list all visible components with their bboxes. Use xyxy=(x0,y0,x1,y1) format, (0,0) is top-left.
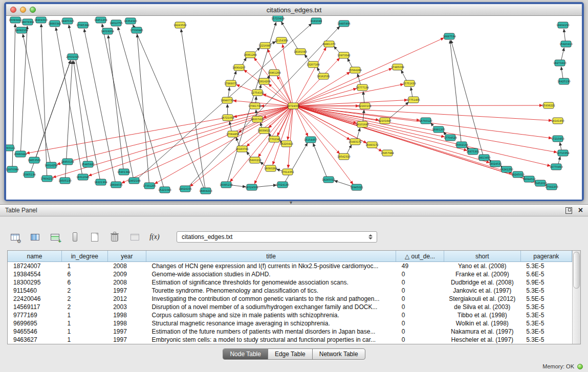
table-cell[interactable]: Wolkin et al. (1998) xyxy=(444,319,520,327)
table-cell[interactable]: Disruption of a novel member of a sodium… xyxy=(146,303,396,311)
window-titlebar[interactable]: citations_edges.txt xyxy=(6,4,582,16)
table-cell[interactable]: Franke et al. (2009) xyxy=(444,270,520,278)
table-cell[interactable]: 18300295 xyxy=(8,278,62,287)
tab-network-table[interactable]: Network Table xyxy=(313,349,365,359)
table-cell[interactable]: 2 xyxy=(62,295,108,303)
graph-edge[interactable] xyxy=(236,138,239,146)
table-cell[interactable]: 14569117 xyxy=(8,303,62,311)
table-cell[interactable]: 2 xyxy=(62,303,108,311)
table-settings-icon[interactable]: ⚙ xyxy=(9,231,21,243)
graph-edge[interactable] xyxy=(363,92,364,103)
table-cell[interactable]: Yano et al. (2008) xyxy=(444,262,520,271)
graph-edge[interactable] xyxy=(108,35,123,169)
graph-edge[interactable] xyxy=(561,48,564,60)
table-cell[interactable]: 9777169 xyxy=(8,311,62,319)
table-cell[interactable]: 1997 xyxy=(107,287,146,295)
zoom-window-button[interactable] xyxy=(30,7,36,13)
graph-edge[interactable] xyxy=(401,70,407,81)
table-cell[interactable]: 1 xyxy=(62,336,108,344)
graph-edge[interactable] xyxy=(313,143,326,177)
column-header-title[interactable]: title xyxy=(146,251,396,262)
graph-edge[interactable] xyxy=(411,87,412,97)
table-cell[interactable]: 1998 xyxy=(107,319,146,327)
graph-edge[interactable] xyxy=(335,181,353,186)
graph-edge[interactable] xyxy=(137,34,149,183)
table-cell[interactable]: 5.3E-5 xyxy=(520,303,572,311)
table-cell[interactable]: 49 xyxy=(396,262,444,271)
table-cell[interactable]: 5.9E-5 xyxy=(520,278,572,287)
table-cell[interactable]: 1 xyxy=(62,262,108,271)
table-cell[interactable]: Tibbo et al. (1998) xyxy=(444,311,520,319)
graph-edge[interactable] xyxy=(133,25,204,188)
table-cell[interactable]: 5.3E-5 xyxy=(520,319,572,327)
table-cell[interactable]: 2003 xyxy=(107,303,146,311)
table-cell[interactable]: 5.3E-5 xyxy=(520,336,572,344)
table-cell[interactable]: de Silva et al. (2003) xyxy=(444,303,520,311)
table-cell[interactable]: 22420046 xyxy=(8,295,62,303)
table-cell[interactable]: Stergiakouli et al. (2012) xyxy=(444,295,520,303)
table-cell[interactable]: 6 xyxy=(62,278,108,287)
graph-edge[interactable] xyxy=(233,71,236,81)
column-header-year[interactable]: year xyxy=(107,251,146,262)
table-columns-icon[interactable] xyxy=(29,231,41,243)
graph-edge[interactable] xyxy=(346,145,351,154)
graph-edge[interactable] xyxy=(57,106,289,164)
table-cell[interactable]: 0 xyxy=(396,278,444,287)
graph-edge[interactable] xyxy=(20,26,27,151)
scrollbar-thumb[interactable] xyxy=(573,252,580,289)
table-cell[interactable]: Investigating the contribution of common… xyxy=(146,295,396,303)
delete-trash-icon[interactable] xyxy=(108,231,121,243)
graph-edge[interactable] xyxy=(118,27,163,187)
graph-edge[interactable] xyxy=(564,29,565,41)
graph-edge[interactable] xyxy=(23,34,50,162)
table-cell[interactable]: 0 xyxy=(396,336,444,344)
table-disabled-icon[interactable] xyxy=(128,231,141,243)
table-cell[interactable]: 18724007 xyxy=(8,262,62,271)
new-document-icon[interactable] xyxy=(89,231,101,243)
graph-edge[interactable] xyxy=(298,107,512,173)
table-cell[interactable]: Genome-wide association studies in ADHD. xyxy=(146,270,396,278)
table-cell[interactable]: 2008 xyxy=(107,262,146,271)
graph-edge[interactable] xyxy=(358,74,361,84)
network-graph[interactable]: 1872400712154359122169871606126418064207… xyxy=(6,16,580,200)
table-cell[interactable]: 0 xyxy=(396,303,444,311)
vertical-scrollbar[interactable] xyxy=(572,251,580,344)
table-cell[interactable]: 0 xyxy=(396,287,444,295)
graph-edge[interactable] xyxy=(558,157,560,164)
column-header-short[interactable]: short xyxy=(444,251,520,262)
table-cell[interactable]: 1997 xyxy=(107,327,146,336)
table-cell[interactable]: Jankovic et al. (1997) xyxy=(444,287,520,295)
column-header-out_de[interactable]: △ out_de... xyxy=(396,251,444,262)
graph-edge[interactable] xyxy=(560,143,561,150)
network-canvas[interactable]: 1872400712154359122169871606126418064207… xyxy=(6,16,582,200)
table-row[interactable]: 1872400712008Changes of HCN gene express… xyxy=(8,262,572,271)
graph-edge[interactable] xyxy=(69,25,100,179)
table-cell[interactable]: 1997 xyxy=(107,336,146,344)
graph-edge[interactable] xyxy=(231,185,246,187)
graph-edge[interactable] xyxy=(298,106,551,166)
table-cell[interactable]: Estimation of the future numbers of pati… xyxy=(146,327,396,336)
table-cell[interactable]: Nakamura et al. (1997) xyxy=(444,327,520,336)
table-cell[interactable]: Structural magnetic resonance image aver… xyxy=(146,319,396,327)
table-row[interactable]: 1938455462009Genome-wide association stu… xyxy=(8,270,572,278)
table-source-dropdown[interactable]: citations_edges.txt xyxy=(177,231,377,243)
table-row[interactable]: 2242004622012Investigating the contribut… xyxy=(8,295,572,303)
function-builder-icon[interactable]: f(x) xyxy=(148,231,161,243)
table-row[interactable]: 977716911998Corpus callosum shape and si… xyxy=(8,311,572,319)
table-cell[interactable]: 5.3E-5 xyxy=(520,311,572,319)
table-cell[interactable]: 19384554 xyxy=(8,270,62,278)
table-row[interactable]: 969969511998Structural magnetic resonanc… xyxy=(8,319,572,327)
graph-edge[interactable] xyxy=(298,105,542,106)
graph-edge[interactable] xyxy=(256,97,256,103)
table-cell[interactable]: 0 xyxy=(396,270,444,278)
column-header-pagerank[interactable]: pagerank xyxy=(520,251,572,262)
table-cell[interactable]: 5.3E-5 xyxy=(520,262,572,271)
graph-edge[interactable] xyxy=(41,24,47,176)
table-row[interactable]: 946362711997Embryonic stem cells: a mode… xyxy=(8,336,572,344)
graph-edge[interactable] xyxy=(256,185,276,187)
graph-edge[interactable] xyxy=(260,85,261,90)
table-cell[interactable]: 0 xyxy=(396,311,444,319)
graph-edge[interactable] xyxy=(102,24,133,178)
column-header-name[interactable]: name xyxy=(8,251,62,262)
table-cell[interactable]: 0 xyxy=(396,319,444,327)
